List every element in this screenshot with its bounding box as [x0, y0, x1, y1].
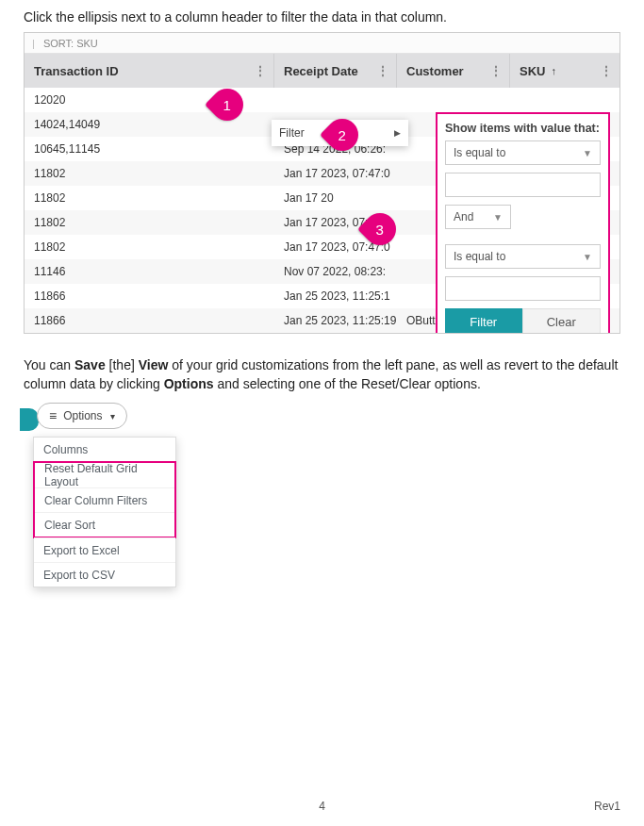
- cell-date: Jan 25 2023, 11:25:1: [274, 284, 397, 308]
- select-value: Is equal to: [454, 146, 505, 159]
- ellipsis-icon[interactable]: ⋮: [488, 54, 504, 88]
- opt-export-excel[interactable]: Export to Excel: [34, 537, 175, 562]
- clear-button[interactable]: Clear: [522, 308, 602, 334]
- teal-accent: [20, 408, 39, 431]
- ellipsis-icon[interactable]: ⋮: [599, 54, 614, 88]
- value2-input[interactable]: [445, 276, 601, 301]
- cell-tx: 11866: [25, 284, 274, 308]
- select-value: Is equal to: [454, 250, 505, 263]
- operator1-select[interactable]: Is equal to ▼: [445, 140, 601, 165]
- cell-sku: [510, 88, 619, 112]
- col-label: Transaction ID: [34, 64, 119, 78]
- filter-popup-title: Show items with value that:: [445, 122, 601, 135]
- paragraph-options: You can Save [the] View of your grid cus…: [24, 356, 620, 393]
- cell-date: Jan 25 2023, 11:25:19...: [274, 308, 397, 333]
- sort-bar: | SORT: SKU: [25, 33, 619, 54]
- sort-asc-icon: ↑: [551, 65, 556, 76]
- col-sku[interactable]: SKU ↑ ⋮: [510, 54, 619, 88]
- cell-tx: 11146: [25, 259, 274, 284]
- col-receipt-date[interactable]: Receipt Date ⋮: [274, 54, 397, 88]
- cell-tx: 11802: [25, 235, 274, 259]
- page-number: 4: [0, 800, 644, 813]
- filter-button[interactable]: Filter: [445, 308, 522, 334]
- sort-value: SKU: [76, 38, 98, 49]
- intro-text: Click the ellipsis next to a column head…: [24, 9, 620, 25]
- opt-columns[interactable]: Columns: [34, 438, 175, 462]
- caret-down-icon: ▼: [583, 148, 592, 158]
- data-grid: | SORT: SKU Transaction ID ⋮ Receipt Dat…: [24, 32, 620, 334]
- col-customer[interactable]: Customer ⋮: [397, 54, 510, 88]
- col-label: Receipt Date: [284, 64, 358, 78]
- table-row[interactable]: 12020: [25, 88, 619, 112]
- options-menu: Columns Reset Default Grid Layout Clear …: [33, 437, 176, 587]
- opt-clear-filters[interactable]: Clear Column Filters: [35, 487, 174, 512]
- opt-export-csv[interactable]: Export to CSV: [34, 562, 175, 586]
- filter-popup: Show items with value that: Is equal to …: [436, 112, 610, 334]
- options-button-label: Options: [63, 409, 102, 422]
- opt-reset-layout[interactable]: Reset Default Grid Layout: [35, 463, 174, 487]
- cell-tx: 11802: [25, 161, 274, 186]
- caret-down-icon: ▼: [583, 252, 592, 262]
- col-transaction-id[interactable]: Transaction ID ⋮: [25, 54, 274, 88]
- col-label: SKU: [520, 64, 545, 78]
- cell-tx: 11802: [25, 186, 274, 210]
- col-label: Customer: [406, 64, 464, 78]
- header-row: Transaction ID ⋮ Receipt Date ⋮ Customer…: [25, 54, 619, 88]
- caret-down-icon: ▾: [110, 411, 115, 421]
- submenu-arrow-icon: ▶: [394, 128, 401, 138]
- cell-date: Jan 17 2023, 07:47:0: [274, 161, 397, 186]
- list-icon: ≡: [49, 409, 56, 422]
- ellipsis-icon[interactable]: ⋮: [253, 54, 268, 88]
- filter-menu-label: Filter: [279, 126, 305, 140]
- cell-date: [274, 88, 397, 112]
- revision-label: Rev1: [594, 800, 620, 813]
- options-dropdown-demo: ≡ Options ▾ Columns Reset Default Grid L…: [33, 403, 184, 587]
- cell-cust: [397, 88, 510, 112]
- ellipsis-icon[interactable]: ⋮: [375, 54, 390, 88]
- cell-date: Nov 07 2022, 08:23:: [274, 259, 397, 284]
- sort-label: SORT:: [43, 38, 74, 49]
- cell-tx: 10645,11145: [25, 137, 274, 161]
- operator2-select[interactable]: Is equal to ▼: [445, 244, 601, 269]
- logic-select[interactable]: And ▼: [445, 205, 511, 229]
- cell-date: Jan 17 20: [274, 186, 397, 210]
- options-button[interactable]: ≡ Options ▾: [37, 403, 127, 429]
- caret-down-icon: ▼: [493, 212, 503, 223]
- select-value: And: [454, 210, 473, 223]
- cell-tx: 11802: [25, 210, 274, 235]
- opt-clear-sort[interactable]: Clear Sort: [35, 512, 174, 537]
- value1-input[interactable]: [445, 173, 601, 197]
- cell-tx: 11866: [25, 308, 274, 333]
